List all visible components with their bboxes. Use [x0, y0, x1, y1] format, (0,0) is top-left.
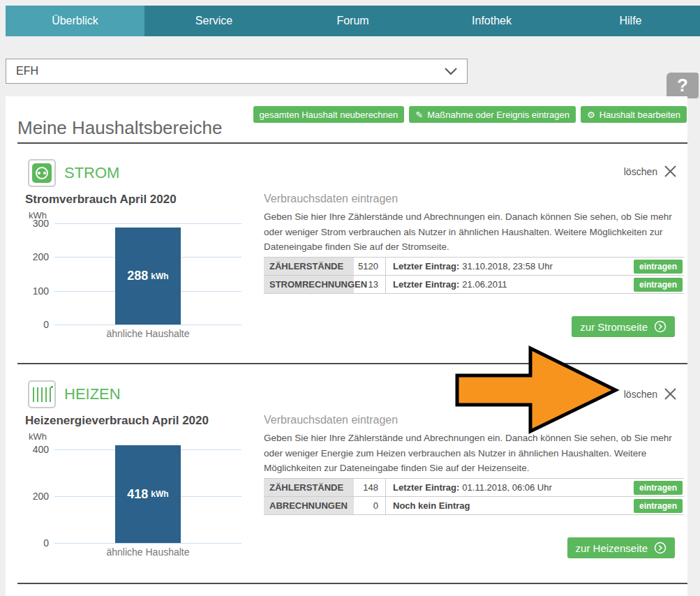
strom-data-table: ZÄHLERSTÄNDE 5120 Letzter Eintrag: 31.10…: [264, 257, 684, 294]
strom-chart: Stromverbrauch April 2020 kWh 300 200 10…: [25, 193, 255, 360]
strom-bar-unit: kWh: [151, 271, 168, 281]
row-detail: Letzter Eintrag: 31.10.2018, 23:58 Uhr: [385, 258, 624, 275]
tab-service[interactable]: Service: [144, 6, 283, 36]
table-row: STROMRECHNUNGEN 13 Letzter Eintrag: 21.0…: [264, 276, 684, 294]
close-icon[interactable]: [664, 387, 677, 401]
heizen-panel-description: Geben Sie hier Ihre Zählerstände und Abr…: [264, 431, 683, 476]
divider: [17, 142, 687, 144]
tab-ueberblick[interactable]: Überblick: [6, 6, 144, 36]
help-button[interactable]: ?: [667, 73, 699, 98]
chevron-down-icon: [445, 68, 457, 75]
strom-panel-description: Geben Sie hier Ihre Zählerstände und Abr…: [264, 209, 683, 255]
arrow-right-circle-icon: [654, 320, 667, 333]
household-select[interactable]: EFH: [6, 59, 468, 84]
row-detail-bold: Letzter Eintrag:: [393, 261, 459, 271]
gear-icon: ⚙: [587, 110, 595, 119]
strom-panel-heading: Verbrauchsdaten eintragen: [264, 193, 398, 205]
table-row: ZÄHLERSTÄNDE 148 Letzter Eintrag: 01.11.…: [264, 479, 684, 497]
heizen-bar-unit: kWh: [151, 489, 168, 499]
ytick: 200: [25, 251, 49, 262]
energy-dashboard: Überblick Service Forum Infothek Hilfe E…: [0, 0, 700, 596]
zur-stromseite-label: zur Stromseite: [580, 321, 648, 333]
radiator-icon: [28, 380, 56, 408]
zur-heizenseite-label: zur Heizenseite: [576, 542, 648, 554]
eintragen-button[interactable]: eintragen: [634, 260, 683, 274]
eintragen-button[interactable]: eintragen: [634, 499, 683, 513]
edit-household-button[interactable]: ⚙ Haushalt bearbeiten: [581, 106, 687, 123]
close-icon[interactable]: [664, 165, 677, 178]
strom-bar: 288 kWh: [115, 228, 181, 325]
edit-household-label: Haushalt bearbeiten: [600, 110, 680, 120]
row-count: 0: [354, 497, 385, 514]
divider: [17, 363, 687, 364]
delete-heizen-label: löschen: [624, 389, 657, 400]
arrow-right-circle-icon: [654, 542, 667, 554]
table-row: ZÄHLERSTÄNDE 5120 Letzter Eintrag: 31.10…: [264, 258, 684, 276]
zur-stromseite-button[interactable]: zur Stromseite: [572, 316, 675, 337]
row-label: ABRECHNUNGEN: [264, 497, 354, 514]
heizen-bar: 418 kWh: [115, 445, 181, 543]
section-strom: STROM löschen Stromverbrauch April 2020 …: [0, 159, 700, 363]
ytick: 0: [25, 537, 49, 549]
row-count: 148: [354, 479, 385, 496]
zur-heizenseite-button[interactable]: zur Heizenseite: [567, 537, 675, 558]
row-detail-text: 01.11.2018, 06:06 Uhr: [462, 482, 551, 493]
table-row: ABRECHNUNGEN 0 Noch kein Eintrag eintrag…: [264, 497, 684, 515]
heizen-data-table: ZÄHLERSTÄNDE 148 Letzter Eintrag: 01.11.…: [264, 478, 684, 515]
toolbar: gesamten Haushalt neuberechnen ✎ Maßnahm…: [253, 106, 687, 123]
heizen-plot-area: 418 kWh: [54, 439, 241, 543]
delete-strom-control[interactable]: löschen: [624, 165, 677, 178]
row-label: STROMRECHNUNGEN: [264, 276, 354, 293]
delete-strom-label: löschen: [624, 166, 657, 177]
delete-heizen-control[interactable]: löschen: [624, 387, 677, 401]
add-measure-event-label: Maßnahme oder Ereignis eintragen: [427, 110, 569, 120]
page-title: Meine Haushaltsbereiche: [17, 117, 222, 139]
recalculate-household-label: gesamten Haushalt neuberechnen: [260, 110, 399, 120]
tab-infothek[interactable]: Infothek: [422, 6, 561, 36]
strom-chart-title: Stromverbrauch April 2020: [25, 193, 255, 207]
power-socket-icon: [28, 159, 56, 187]
pencil-icon: ✎: [415, 110, 423, 119]
tab-hilfe[interactable]: Hilfe: [561, 6, 700, 36]
divider: [17, 583, 687, 584]
row-detail: Noch kein Eintrag: [385, 497, 624, 514]
section-heizen-title: HEIZEN: [64, 385, 121, 403]
heizen-bar-value: 418: [127, 487, 148, 502]
section-heizen: HEIZEN löschen Heizenergieverbrauch Apri…: [0, 380, 700, 584]
ytick: 0: [25, 319, 49, 330]
eintragen-button[interactable]: eintragen: [634, 278, 683, 292]
heizen-panel-heading: Verbrauchsdaten eintragen: [264, 414, 398, 426]
row-label: ZÄHLERSTÄNDE: [264, 479, 354, 496]
tab-forum[interactable]: Forum: [283, 6, 422, 36]
ytick: 100: [25, 285, 49, 297]
section-heizen-header: HEIZEN: [28, 380, 121, 408]
row-detail-bold: Letzter Eintrag:: [393, 279, 459, 290]
question-mark-icon: ?: [677, 75, 688, 96]
row-detail-bold: Letzter Eintrag:: [393, 482, 459, 493]
row-detail-text: 31.10.2018, 23:58 Uhr: [462, 261, 552, 271]
strom-plot-area: 288 kWh: [54, 223, 241, 325]
main-nav: Überblick Service Forum Infothek Hilfe: [6, 6, 700, 36]
section-strom-header: STROM: [28, 159, 119, 187]
ytick: 300: [25, 218, 49, 229]
heizen-chart-ylabel: kWh: [29, 431, 47, 442]
strom-x-category: ähnliche Haushalte: [54, 328, 241, 339]
eintragen-button[interactable]: eintragen: [634, 481, 683, 495]
ytick: 400: [25, 444, 49, 455]
heizen-x-category: ähnliche Haushalte: [54, 546, 241, 558]
recalculate-household-button[interactable]: gesamten Haushalt neuberechnen: [253, 106, 405, 123]
household-select-value: EFH: [16, 65, 38, 77]
row-count: 5120: [354, 258, 385, 275]
strom-bar-value: 288: [127, 269, 148, 283]
heizen-chart-title: Heizenergieverbrauch April 2020: [25, 414, 255, 428]
row-detail: Letzter Eintrag: 01.11.2018, 06:06 Uhr: [385, 479, 624, 496]
heizen-chart: Heizenergieverbrauch April 2020 kWh 400 …: [25, 414, 255, 581]
row-detail: Letzter Eintrag: 21.06.2011: [385, 276, 624, 293]
row-detail-bold: Noch kein Eintrag: [393, 500, 470, 511]
add-measure-event-button[interactable]: ✎ Maßnahme oder Ereignis eintragen: [409, 106, 576, 123]
row-label: ZÄHLERSTÄNDE: [264, 258, 354, 275]
row-detail-text: 21.06.2011: [462, 279, 507, 290]
ytick: 200: [25, 491, 49, 502]
row-count: 13: [354, 276, 385, 293]
section-strom-title: STROM: [64, 164, 119, 182]
